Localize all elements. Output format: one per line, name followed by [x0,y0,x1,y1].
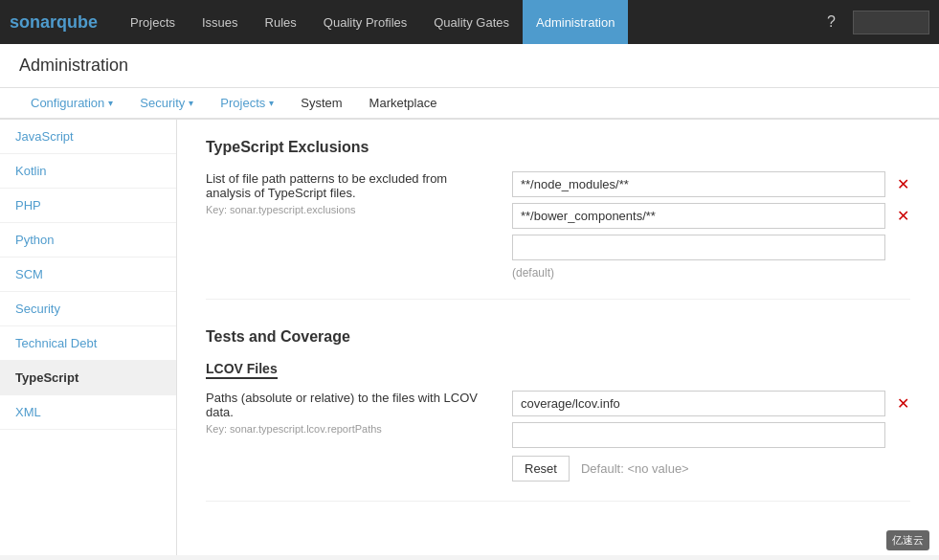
main-layout: JavaScript Kotlin PHP Python SCM Securit… [0,120,939,555]
exclusion-input-row-1: ✕ [512,171,913,197]
content-area: TypeScript Exclusions List of file path … [177,120,939,555]
sidebar-item-php[interactable]: PHP [0,189,176,223]
chevron-down-icon: ▾ [269,98,274,108]
chevron-down-icon: ▾ [108,98,113,108]
lcov-bottom-actions: Reset Default: <no value> [512,456,913,482]
subnav-configuration-label: Configuration [31,96,104,110]
lcov-files-row: Paths (absolute or relative) to the file… [206,391,910,502]
help-button[interactable]: ? [819,10,843,34]
watermark: 亿速云 [886,530,929,550]
top-navigation: sonarqube Projects Issues Rules Quality … [0,0,939,44]
lcov-default-value: Default: <no value> [581,461,689,476]
nav-item-projects[interactable]: Projects [117,0,189,44]
nav-item-quality-gates[interactable]: Quality Gates [420,0,523,44]
logo-qube: qube [56,12,98,32]
sidebar-item-typescript[interactable]: TypeScript [0,361,176,395]
tests-coverage-title: Tests and Coverage [206,328,910,346]
subnav-security-label: Security [140,96,185,110]
subnav-system[interactable]: System [289,88,353,120]
lcov-input-row-1: ✕ [512,391,913,416]
exclusions-default-text: (default) [512,266,913,280]
lcov-files-subtitle: LCOV Files [206,361,278,379]
nav-right: ? [819,10,929,34]
lcov-inputs: ✕ Reset Default: <no value> [512,391,913,482]
sidebar-item-python[interactable]: Python [0,223,176,258]
typescript-exclusions-title: TypeScript Exclusions [206,139,910,156]
lcov-input-row-2 [512,422,913,448]
exclusion-input-2[interactable] [512,203,885,229]
sidebar-item-scm[interactable]: SCM [0,258,176,292]
nav-item-issues[interactable]: Issues [189,0,252,44]
nav-items: Projects Issues Rules Quality Profiles Q… [117,0,628,44]
sidebar-item-security[interactable]: Security [0,292,176,326]
typescript-exclusions-row: List of file path patterns to be exclude… [206,171,910,300]
chevron-down-icon: ▾ [189,98,193,108]
sidebar-item-kotlin[interactable]: Kotlin [0,154,176,189]
page-header: Administration [0,44,939,88]
typescript-exclusions-key: Key: sonar.typescript.exclusions [206,204,493,215]
typescript-exclusions-section: TypeScript Exclusions List of file path … [206,139,910,300]
logo[interactable]: sonarqube [10,12,98,33]
search-input[interactable] [853,11,929,34]
sidebar-item-technical-debt[interactable]: Technical Debt [0,326,176,361]
sub-navigation: Configuration ▾ Security ▾ Projects ▾ Sy… [0,88,939,120]
subnav-marketplace[interactable]: Marketplace [358,88,449,120]
sidebar: JavaScript Kotlin PHP Python SCM Securit… [0,120,177,555]
subnav-configuration[interactable]: Configuration ▾ [19,88,124,120]
logo-sonar: sonar [10,12,56,32]
exclusion-input-3[interactable] [512,235,885,260]
nav-item-administration[interactable]: Administration [523,0,628,44]
lcov-description: Paths (absolute or relative) to the file… [206,391,493,419]
tests-coverage-section: Tests and Coverage LCOV Files Paths (abs… [206,328,910,502]
nav-item-rules[interactable]: Rules [252,0,310,44]
sidebar-item-javascript[interactable]: JavaScript [0,120,176,154]
lcov-key: Key: sonar.typescript.lcov.reportPaths [206,423,493,435]
subnav-projects-label: Projects [220,96,265,110]
exclusion-input-row-3 [512,235,913,260]
exclusion-input-row-2: ✕ [512,203,913,229]
reset-button[interactable]: Reset [512,456,570,482]
delete-lcov-1-button[interactable]: ✕ [893,392,913,414]
subnav-security[interactable]: Security ▾ [128,88,205,120]
lcov-input-1[interactable] [512,391,885,416]
subnav-projects[interactable]: Projects ▾ [209,88,285,120]
sidebar-item-xml[interactable]: XML [0,395,176,430]
exclusion-input-1[interactable] [512,171,885,197]
typescript-exclusions-inputs: ✕ ✕ (default) [512,171,913,280]
typescript-exclusions-description: List of file path patterns to be exclude… [206,171,493,200]
lcov-input-2[interactable] [512,422,885,448]
lcov-label: Paths (absolute or relative) to the file… [206,391,512,435]
nav-item-quality-profiles[interactable]: Quality Profiles [310,0,420,44]
page-title: Administration [19,56,920,76]
typescript-exclusions-label: List of file path patterns to be exclude… [206,171,512,215]
delete-exclusion-1-button[interactable]: ✕ [893,173,913,195]
lcov-files-block: LCOV Files Paths (absolute or relative) … [206,361,910,502]
delete-exclusion-2-button[interactable]: ✕ [893,205,913,227]
